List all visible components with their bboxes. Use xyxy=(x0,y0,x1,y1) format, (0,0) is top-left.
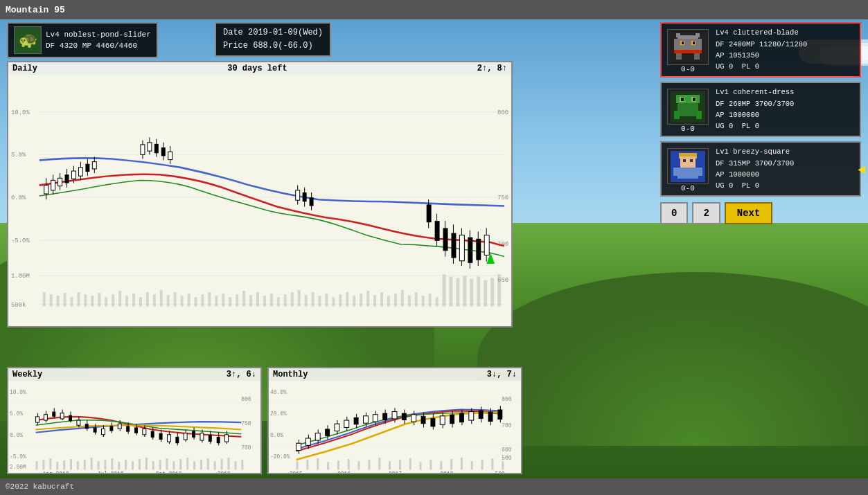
svg-rect-111 xyxy=(296,190,300,200)
svg-rect-243 xyxy=(167,435,170,442)
svg-rect-332 xyxy=(469,412,474,420)
svg-rect-334 xyxy=(479,411,484,419)
svg-rect-275 xyxy=(306,460,308,470)
svg-rect-326 xyxy=(440,416,445,424)
svg-rect-199 xyxy=(172,461,175,469)
svg-rect-298 xyxy=(305,438,310,445)
svg-rect-204 xyxy=(207,458,209,470)
svg-rect-235 xyxy=(134,427,138,433)
svg-rect-69 xyxy=(401,290,404,307)
svg-rect-312 xyxy=(373,415,378,422)
svg-rect-33 xyxy=(153,294,156,307)
monster-card-1[interactable]: 0-0 Lv4 cluttered-bladeDF 2400MP 11280/1… xyxy=(660,22,861,78)
svg-rect-80 xyxy=(477,276,480,306)
svg-rect-185 xyxy=(77,461,79,469)
monster-card-2[interactable]: 0-0 Lv1 coherent-dressDF 260MP 3700/3700… xyxy=(660,82,861,137)
svg-rect-99 xyxy=(92,162,96,169)
svg-rect-277 xyxy=(327,462,329,469)
svg-rect-211 xyxy=(36,417,39,422)
svg-rect-225 xyxy=(94,427,97,432)
svg-rect-198 xyxy=(166,458,168,470)
svg-rect-131 xyxy=(484,235,489,255)
svg-text:-5.0%: -5.0% xyxy=(11,237,30,244)
svg-rect-221 xyxy=(77,420,80,425)
main-chart-svg: 10.0% 5.0% 0.0% -5.0% 1.00M 500k 800 750… xyxy=(8,75,511,327)
svg-rect-48 xyxy=(256,292,259,307)
monster-stats-3: Lv1 breezy-squareDF 315MP 3700/3700AP 10… xyxy=(716,146,857,191)
svg-text:500: 500 xyxy=(495,471,504,474)
main-chart-header: Daily 30 days left 2↑, 8↑ xyxy=(8,62,511,75)
next-button[interactable]: Next xyxy=(725,202,773,224)
svg-rect-294 xyxy=(502,461,504,469)
svg-rect-63 xyxy=(360,294,362,307)
svg-text:500k: 500k xyxy=(11,301,26,309)
player-sprite: 🐢 xyxy=(19,31,37,50)
svg-rect-82 xyxy=(490,278,494,306)
svg-text:700: 700 xyxy=(502,422,511,429)
svg-rect-26 xyxy=(105,297,107,306)
svg-rect-74 xyxy=(436,297,439,306)
svg-rect-165 xyxy=(673,168,679,176)
svg-text:20.0%: 20.0% xyxy=(270,411,287,417)
svg-text:600: 600 xyxy=(502,446,511,452)
svg-rect-227 xyxy=(102,429,105,434)
monster-score-3: 0-0 xyxy=(664,184,711,192)
svg-rect-284 xyxy=(399,460,401,470)
svg-rect-208 xyxy=(234,461,236,469)
svg-rect-39 xyxy=(195,297,197,306)
monster-stats-1: Lv4 cluttered-bladeDF 2400MP 11280/11280… xyxy=(716,27,857,72)
svg-rect-30 xyxy=(132,294,135,307)
svg-rect-70 xyxy=(408,295,411,306)
svg-rect-180 xyxy=(42,460,44,470)
monster-avatar-2: 0-0 xyxy=(664,86,711,133)
svg-text:40.0%: 40.0% xyxy=(270,389,287,395)
svg-rect-195 xyxy=(145,458,148,470)
svg-rect-19 xyxy=(57,296,60,306)
svg-rect-282 xyxy=(378,458,380,470)
svg-rect-87 xyxy=(51,180,55,190)
svg-rect-54 xyxy=(298,290,301,307)
svg-text:700: 700 xyxy=(241,444,251,450)
svg-text:Oct 2018: Oct 2018 xyxy=(156,471,182,474)
svg-rect-202 xyxy=(193,461,195,469)
svg-rect-304 xyxy=(335,424,339,431)
svg-rect-314 xyxy=(382,413,387,420)
svg-rect-149 xyxy=(674,50,702,53)
svg-rect-241 xyxy=(159,433,163,440)
date-display: Date 2019-01-09(Wed) xyxy=(223,26,323,39)
svg-rect-249 xyxy=(192,431,195,438)
monster-sprite-1 xyxy=(667,29,709,65)
yellow-arrow-indicator: ◀ xyxy=(858,161,865,177)
svg-rect-207 xyxy=(228,458,230,470)
svg-rect-57 xyxy=(319,296,321,306)
svg-rect-64 xyxy=(366,291,369,307)
svg-rect-18 xyxy=(50,294,53,307)
svg-rect-162 xyxy=(683,159,686,162)
svg-rect-155 xyxy=(681,98,684,101)
svg-rect-67 xyxy=(387,296,390,306)
svg-rect-203 xyxy=(200,460,202,470)
main-chart-trend: 2↑, 8↑ xyxy=(477,64,507,73)
svg-text:Apr 2018: Apr 2018 xyxy=(42,471,69,474)
svg-rect-200 xyxy=(179,459,181,470)
svg-text:750: 750 xyxy=(497,194,508,201)
svg-rect-328 xyxy=(450,415,454,424)
main-chart: Daily 30 days left 2↑, 8↑ 10.0% 5.0% 0.0… xyxy=(7,61,513,327)
monster-score-2: 0-0 xyxy=(664,125,711,133)
svg-rect-44 xyxy=(229,297,231,306)
svg-rect-217 xyxy=(60,413,64,419)
svg-rect-25 xyxy=(98,293,100,307)
svg-rect-143 xyxy=(676,33,680,37)
monthly-timeframe: Monthly xyxy=(273,370,308,379)
svg-rect-166 xyxy=(697,168,702,176)
page-2-button[interactable]: 2 xyxy=(692,202,720,224)
page-0-button[interactable]: 0 xyxy=(660,202,688,224)
monthly-trend: 3↓, 7↓ xyxy=(487,370,517,379)
monster-card-3[interactable]: 0-0 Lv1 breezy-squareDF 315MP 3700/3700A… xyxy=(660,141,861,197)
svg-rect-43 xyxy=(222,294,224,307)
weekly-chart: Weekly 3↑, 6↓ 800 750 700 10.0% 5.0% 0.0… xyxy=(7,367,262,474)
svg-rect-127 xyxy=(468,237,472,263)
svg-rect-231 xyxy=(118,424,121,429)
svg-rect-119 xyxy=(435,221,440,241)
monthly-chart: Monthly 3↓, 7↓ 800 700 600 500 40.0% 20.… xyxy=(267,367,522,474)
